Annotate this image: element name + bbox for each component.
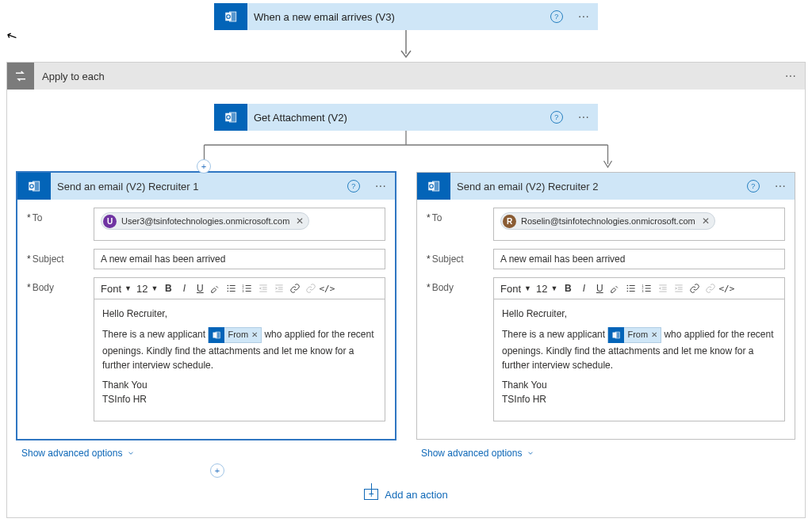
outlook-icon <box>209 327 224 343</box>
show-advanced-options[interactable]: Show advanced options <box>416 440 534 462</box>
remove-token-icon[interactable]: ✕ <box>251 330 258 341</box>
bold-button[interactable]: B <box>560 280 576 296</box>
link-button[interactable] <box>687 280 703 296</box>
to-input[interactable]: U User3@tsinfotechnologies.onmicrosoft.c… <box>94 208 385 241</box>
get-attachment-title: Get Attachment (V2) <box>247 112 550 124</box>
insert-step-button[interactable]: + <box>197 159 211 173</box>
unlink-button[interactable] <box>703 280 718 296</box>
add-action-button[interactable]: + Add an action <box>17 489 795 501</box>
insert-step-button[interactable]: + <box>210 463 224 478</box>
body-label: *Body <box>27 277 94 421</box>
trigger-card[interactable]: When a new email arrives (V3) ? ··· <box>214 3 598 30</box>
fontsize-select[interactable]: 12 ▼ <box>534 283 560 295</box>
remove-chip-icon[interactable]: ✕ <box>296 215 304 227</box>
help-icon[interactable]: ? <box>347 180 360 193</box>
recipient-chip[interactable]: U User3@tsinfotechnologies.onmicrosoft.c… <box>101 212 309 230</box>
show-advanced-options[interactable]: Show advanced options <box>17 440 135 462</box>
add-step-icon: + <box>364 489 378 500</box>
svg-point-14 <box>228 285 229 287</box>
font-select[interactable]: Font ▼ <box>98 283 134 295</box>
outlook-icon <box>608 327 624 343</box>
dynamic-token-from[interactable]: From ✕ <box>607 327 661 343</box>
svg-rect-60 <box>615 332 620 338</box>
loop-icon <box>7 63 34 90</box>
unlink-button[interactable] <box>303 280 319 296</box>
apply-to-each-header[interactable]: Apply to each ··· <box>7 63 805 90</box>
svg-point-15 <box>228 288 229 289</box>
apply-to-each-container: Apply to each ··· Get Attachment (V2) ? … <box>6 62 806 518</box>
rich-text-toolbar: Font ▼ 12 ▼ B I U 1 <box>94 277 385 299</box>
card-header[interactable]: Send an email (V2) Recruiter 1 ? ··· <box>17 173 395 200</box>
help-icon[interactable]: ? <box>550 10 563 23</box>
body-editor[interactable]: Hello Recruiter, There is a new applican… <box>94 299 385 421</box>
svg-text:3: 3 <box>642 290 644 293</box>
ellipsis-icon[interactable]: ··· <box>571 113 598 122</box>
to-label: *To <box>27 208 94 241</box>
svg-point-40 <box>627 288 629 289</box>
remove-token-icon[interactable]: ✕ <box>651 330 657 341</box>
chevron-down-icon <box>127 449 135 457</box>
svg-point-41 <box>627 291 629 292</box>
ellipsis-icon[interactable]: ··· <box>778 72 805 81</box>
highlight-button[interactable] <box>607 280 623 296</box>
font-select[interactable]: Font ▼ <box>498 283 534 295</box>
to-input[interactable]: R Roselin@tsinfotechnologies.onmicrosoft… <box>493 208 785 241</box>
card-title: Send an email (V2) Recruiter 2 <box>450 181 747 193</box>
bullet-list-button[interactable] <box>623 280 639 296</box>
svg-rect-35 <box>216 332 220 338</box>
italic-button[interactable]: I <box>176 280 192 296</box>
body-label: *Body <box>427 277 493 421</box>
branch-connector-icon <box>17 131 795 172</box>
number-list-button[interactable]: 123 <box>239 280 255 296</box>
trigger-title: When a new email arrives (V3) <box>247 11 550 23</box>
outdent-button[interactable] <box>255 280 271 296</box>
highlight-button[interactable] <box>208 280 224 296</box>
chevron-down-icon <box>527 449 534 457</box>
apply-to-each-title: Apply to each <box>34 71 778 82</box>
underline-button[interactable]: U <box>592 280 607 296</box>
svg-text:3: 3 <box>243 290 244 293</box>
recipient-email: Roselin@tsinfotechnologies.onmicrosoft.c… <box>521 216 695 226</box>
svg-point-16 <box>228 291 229 292</box>
indent-button[interactable] <box>271 280 287 296</box>
ellipsis-icon[interactable]: ··· <box>368 182 395 191</box>
subject-label: *Subject <box>427 249 493 269</box>
fontsize-select[interactable]: 12 ▼ <box>134 283 160 295</box>
code-view-button[interactable]: </> <box>319 280 335 296</box>
ellipsis-icon[interactable]: ··· <box>768 182 795 191</box>
card-header[interactable]: Send an email (V2) Recruiter 2 ? ··· <box>417 173 795 200</box>
outdent-button[interactable] <box>655 280 671 296</box>
ellipsis-icon[interactable]: ··· <box>571 13 598 21</box>
outlook-icon <box>17 173 51 200</box>
rich-text-toolbar: Font ▼ 12 ▼ B I U 1 <box>493 277 785 299</box>
outlook-icon <box>214 104 247 131</box>
indent-button[interactable] <box>671 280 687 296</box>
to-label: *To <box>427 208 493 241</box>
bullet-list-button[interactable] <box>224 280 239 296</box>
send-email-card: Send an email (V2) Recruiter 1 ? ··· *To… <box>17 172 396 440</box>
recipient-email: User3@tsinfotechnologies.onmicrosoft.com <box>121 216 289 226</box>
code-view-button[interactable]: </> <box>718 280 734 296</box>
recipient-chip[interactable]: R Roselin@tsinfotechnologies.onmicrosoft… <box>500 212 715 230</box>
get-attachment-card[interactable]: Get Attachment (V2) ? ··· <box>214 104 598 131</box>
arrow-down-icon <box>398 30 414 62</box>
subject-input[interactable]: A new email has been arrived <box>94 249 385 269</box>
outlook-icon <box>214 3 247 30</box>
link-button[interactable] <box>287 280 303 296</box>
underline-button[interactable]: U <box>192 280 208 296</box>
help-icon[interactable]: ? <box>747 180 760 193</box>
send-email-card: Send an email (V2) Recruiter 2 ? ··· *To… <box>416 172 795 440</box>
subject-label: *Subject <box>27 249 94 269</box>
help-icon[interactable]: ? <box>550 111 563 124</box>
svg-point-39 <box>627 285 629 287</box>
subject-input[interactable]: A new email has been arrived <box>493 249 785 269</box>
bold-button[interactable]: B <box>160 280 176 296</box>
add-action-label: Add an action <box>385 489 448 501</box>
body-editor[interactable]: Hello Recruiter, There is a new applican… <box>493 299 785 421</box>
card-title: Send an email (V2) Recruiter 1 <box>51 181 347 193</box>
outlook-icon <box>417 173 450 200</box>
number-list-button[interactable]: 123 <box>639 280 655 296</box>
remove-chip-icon[interactable]: ✕ <box>702 215 710 227</box>
italic-button[interactable]: I <box>576 280 592 296</box>
dynamic-token-from[interactable]: From ✕ <box>208 327 262 343</box>
